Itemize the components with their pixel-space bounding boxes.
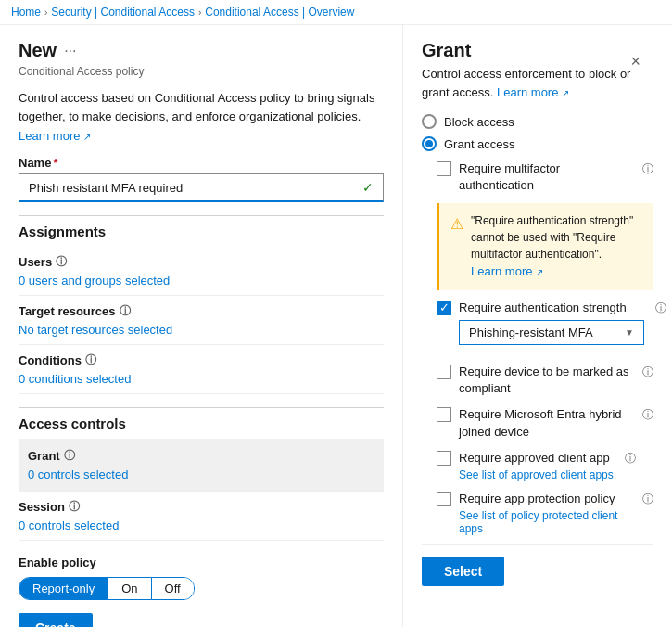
more-icon[interactable]: ···	[64, 43, 76, 59]
session-label: Session	[19, 500, 65, 514]
session-row: Session ⓘ 0 controls selected	[19, 492, 384, 541]
approved-client-checkbox-row: Require approved client app See list of …	[437, 450, 653, 481]
users-label: Users	[19, 255, 52, 269]
name-label: Name*	[19, 156, 384, 170]
description-learn-more[interactable]: Learn more ↗	[19, 129, 91, 143]
auth-strength-dropdown[interactable]: Phishing-resistant MFA ▼	[459, 320, 644, 345]
enable-section: Enable policy Report-only On Off Create	[19, 556, 384, 627]
toggle-report-only[interactable]: Report-only	[19, 578, 108, 599]
grant-access-radio[interactable]	[422, 136, 437, 151]
target-info-icon[interactable]: ⓘ	[120, 303, 131, 319]
right-panel: Grant × Control access enforcement to bl…	[403, 25, 672, 627]
grant-access-label: Grant access	[444, 137, 515, 151]
device-compliant-label: Require device to be marked as compliant	[459, 364, 631, 397]
app-protection-label: Require app protection policy	[459, 492, 615, 505]
dropdown-chevron-icon: ▼	[625, 327, 634, 338]
enable-label: Enable policy	[19, 556, 384, 569]
breadcrumb-overview[interactable]: Conditional Access | Overview	[205, 6, 354, 19]
mfa-checkbox-row: Require multifactor authentication ⓘ	[437, 160, 653, 194]
hybrid-joined-info-icon[interactable]: ⓘ	[642, 407, 653, 423]
mfa-label: Require multifactor authentication	[459, 160, 631, 194]
breadcrumb: Home › Security | Conditional Access › C…	[0, 0, 672, 25]
target-resources-row: Target resources ⓘ No target resources s…	[19, 296, 384, 345]
hybrid-joined-checkbox-row: Require Microsoft Entra hybrid joined de…	[437, 406, 653, 440]
app-protection-info-icon[interactable]: ⓘ	[642, 492, 653, 507]
grant-value[interactable]: 0 controls selected	[28, 467, 374, 481]
page-title: New	[19, 40, 57, 61]
panel-description: Control access enforcement to block or g…	[422, 65, 653, 101]
assignments-title: Assignments	[19, 224, 384, 239]
hybrid-joined-checkbox[interactable]	[437, 407, 451, 422]
breadcrumb-chevron-2: ›	[198, 7, 201, 18]
breadcrumb-security[interactable]: Security | Conditional Access	[51, 6, 195, 19]
approved-client-info-icon[interactable]: ⓘ	[625, 451, 636, 467]
grant-label: Grant	[28, 449, 60, 463]
auth-strength-info-icon[interactable]: ⓘ	[655, 301, 666, 316]
warning-icon: ⚠	[450, 213, 463, 281]
close-button[interactable]: ×	[630, 53, 640, 70]
warning-box: ⚠ "Require authentication strength" cann…	[437, 203, 653, 290]
approved-client-checkbox[interactable]	[437, 451, 451, 466]
users-value[interactable]: 0 users and groups selected	[19, 274, 384, 288]
assignments-divider	[19, 215, 384, 216]
auth-strength-checkbox[interactable]: ✓	[437, 301, 451, 315]
access-controls-divider	[19, 407, 384, 408]
block-access-radio[interactable]	[422, 114, 437, 129]
conditions-label: Conditions	[19, 353, 82, 367]
approved-client-label: Require approved client app	[459, 451, 610, 465]
device-compliant-info-icon[interactable]: ⓘ	[642, 365, 653, 380]
policy-description: Control access based on Conditional Acce…	[19, 89, 384, 125]
warning-text: "Require authentication strength" cannot…	[471, 212, 642, 281]
session-info-icon[interactable]: ⓘ	[69, 499, 80, 515]
grant-info-icon[interactable]: ⓘ	[64, 448, 75, 464]
page-subtitle: Conditional Access policy	[19, 65, 384, 78]
target-value[interactable]: No target resources selected	[19, 323, 384, 337]
check-icon: ✓	[362, 180, 374, 195]
block-access-label: Block access	[444, 115, 514, 129]
mfa-checkbox[interactable]	[437, 161, 451, 176]
breadcrumb-home[interactable]: Home	[11, 6, 41, 19]
approved-client-link[interactable]: See list of approved client apps	[459, 468, 614, 481]
create-button[interactable]: Create	[19, 613, 93, 627]
select-btn-row: Select	[422, 544, 653, 590]
users-row: Users ⓘ 0 users and groups selected	[19, 247, 384, 296]
warning-learn-more[interactable]: Learn more ↗	[471, 264, 543, 278]
select-button[interactable]: Select	[422, 557, 504, 586]
grant-access-option[interactable]: Grant access	[422, 136, 653, 151]
auth-strength-label: Require authentication strength	[459, 301, 627, 314]
breadcrumb-chevron-1: ›	[44, 7, 47, 18]
name-input[interactable]: Phish resistant MFA required ✓	[19, 173, 384, 202]
app-protection-checkbox[interactable]	[437, 492, 451, 506]
session-value[interactable]: 0 controls selected	[19, 518, 384, 532]
block-access-option[interactable]: Block access	[422, 114, 653, 129]
panel-title: Grant	[422, 40, 653, 61]
grant-learn-more[interactable]: Learn more ↗	[497, 85, 569, 99]
toggle-off[interactable]: Off	[151, 578, 194, 599]
required-star: *	[53, 156, 57, 170]
users-info-icon[interactable]: ⓘ	[56, 254, 67, 270]
left-panel: New ··· Conditional Access policy Contro…	[0, 25, 403, 627]
target-label: Target resources	[19, 304, 116, 318]
hybrid-joined-label: Require Microsoft Entra hybrid joined de…	[459, 406, 631, 440]
app-protection-link[interactable]: See list of policy protected client apps	[459, 509, 631, 535]
toggle-on[interactable]: On	[108, 578, 150, 599]
grant-row: Grant ⓘ 0 controls selected	[19, 439, 384, 492]
access-controls-title: Access controls	[19, 416, 384, 431]
conditions-row: Conditions ⓘ 0 conditions selected	[19, 345, 384, 394]
app-protection-checkbox-row: Require app protection policy See list o…	[437, 491, 653, 535]
conditions-value[interactable]: 0 conditions selected	[19, 372, 384, 386]
access-type-group: Block access Grant access	[422, 114, 653, 151]
device-compliant-checkbox-row: Require device to be marked as compliant…	[437, 364, 653, 397]
device-compliant-checkbox[interactable]	[437, 365, 451, 379]
mfa-info-icon[interactable]: ⓘ	[642, 161, 653, 177]
conditions-info-icon[interactable]: ⓘ	[85, 352, 96, 368]
auth-strength-checkbox-row: ✓ Require authentication strength Phishi…	[437, 300, 653, 354]
